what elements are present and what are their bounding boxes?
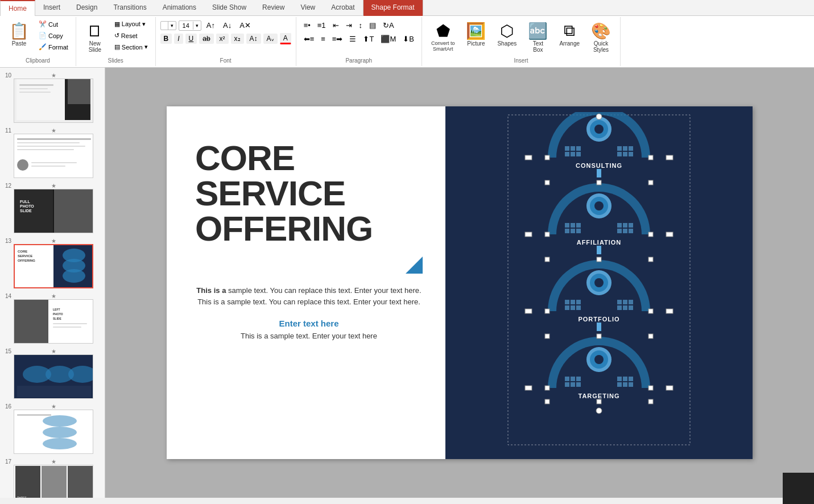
tab-transitions[interactable]: Transitions [105, 0, 154, 15]
smartart-label: Convert toSmartArt [431, 40, 455, 52]
slide-num-16: 16 [2, 401, 11, 410]
align-center-button[interactable]: ≡ [318, 33, 328, 45]
font-size-arrow[interactable]: ▾ [193, 22, 201, 30]
paragraph-group-content: ≡• ≡1 ⇤ ⇥ ↕ ▤ ↻A ⬅≡ ≡ ≡➡ ☰ ⬆T ⬛M [301, 19, 417, 55]
sub-text[interactable]: This is a sample text. Enter your text h… [195, 331, 423, 342]
copy-button[interactable]: 📄 Copy [36, 31, 71, 40]
italic-button[interactable]: I [174, 34, 183, 44]
svg-rect-110 [617, 300, 622, 304]
svg-rect-131 [565, 382, 569, 387]
underline-button[interactable]: U [185, 34, 197, 44]
cut-icon: ✂️ [39, 20, 47, 28]
font-color-button[interactable]: A [280, 33, 291, 44]
slide-img-14[interactable]: LEFT PHOTO SLIDE [14, 299, 93, 344]
picture-button[interactable]: 🖼️ Picture [461, 19, 490, 49]
section-button[interactable]: ▤ Section ▾ [111, 42, 151, 52]
tab-slideshow[interactable]: Slide Show [204, 0, 254, 15]
section-icon: ▤ [114, 43, 120, 51]
paste-button[interactable]: 📋 Paste [5, 19, 34, 49]
svg-rect-147 [597, 399, 601, 404]
reset-button[interactable]: ↺ Reset [111, 31, 151, 40]
font-size-display[interactable]: 14 [179, 21, 193, 30]
bullets-button[interactable]: ≡• [301, 19, 313, 31]
diagram-svg[interactable]: CONSULTING [502, 112, 696, 453]
tab-design[interactable]: Design [68, 0, 105, 15]
align-right-button[interactable]: ≡➡ [329, 33, 346, 45]
bold-button[interactable]: B [160, 34, 172, 44]
tab-review[interactable]: Review [254, 0, 292, 15]
cut-button[interactable]: ✂️ Cut [36, 19, 71, 29]
slide-img-10[interactable] [14, 79, 93, 123]
slide-img-13[interactable]: CORE SERVICE OFFERING [14, 244, 93, 288]
body-text-regular: sample text. You can replace this text. … [197, 286, 421, 306]
arrange-label: Arrange [559, 40, 580, 47]
align-bottom-button[interactable]: ⬇B [400, 33, 417, 45]
justify-button[interactable]: ☰ [346, 33, 359, 45]
slide-star-14: ★ [51, 291, 56, 299]
font-name-combo[interactable]: ▾ [160, 21, 176, 30]
slide-thumb-17[interactable]: 17 ★ THREE PHOTO SLIDE [2, 456, 102, 498]
svg-rect-86 [617, 223, 622, 228]
tab-animations[interactable]: Animations [155, 0, 204, 15]
slide-canvas[interactable]: CORE SERVICE OFFERING This is a sample t… [167, 106, 753, 459]
slide-thumb-16[interactable]: 16 ★ [2, 401, 102, 454]
svg-rect-3 [19, 88, 48, 89]
enter-text-here[interactable]: Enter text here [195, 319, 423, 328]
quick-styles-button[interactable]: 🎨 QuickStyles [586, 19, 615, 55]
font-decrease-button[interactable]: A↓ [220, 19, 234, 31]
increase-indent-button[interactable]: ⇥ [343, 19, 355, 31]
font-size-combo[interactable]: 14 ▾ [179, 20, 201, 31]
arrange-button[interactable]: ⧉ Arrange [555, 19, 584, 49]
title-line2: SERVICE [195, 173, 345, 213]
slide-img-11[interactable] [14, 134, 93, 178]
font-name-display[interactable] [161, 24, 168, 27]
tab-home[interactable]: Home [0, 0, 35, 16]
text-shadow-button[interactable]: A↕ [246, 34, 261, 44]
slide-img-17[interactable]: THREE PHOTO SLIDE [14, 465, 93, 498]
tab-insert[interactable]: Insert [35, 0, 68, 15]
body-text-block[interactable]: This is a sample text. You can replace t… [195, 285, 423, 307]
svg-rect-146 [545, 399, 549, 404]
text-direction-button[interactable]: ↻A [380, 19, 397, 31]
convert-smartart-button[interactable]: ⬟ Convert toSmartArt [427, 19, 460, 54]
layout-button[interactable]: ▦ Layout ▾ [111, 19, 151, 29]
font-name-arrow[interactable]: ▾ [168, 22, 176, 30]
subscript-button[interactable]: x₂ [231, 34, 244, 44]
svg-rect-59 [565, 152, 569, 156]
superscript-button[interactable]: x² [216, 34, 229, 44]
char-spacing-button[interactable]: Aᵥ [263, 34, 278, 44]
slide-thumb-13[interactable]: 13 ★ CORE SERVICE OFFERING [2, 236, 102, 288]
slide-img-12[interactable]: FULL PHOTO SLIDE [14, 189, 93, 233]
tab-shape-format[interactable]: Shape Format [363, 0, 423, 16]
slide-controls: ▦ Layout ▾ ↺ Reset ▤ Section ▾ [111, 19, 151, 52]
slide-thumb-11[interactable]: 11 ★ [2, 125, 102, 178]
slide-thumb-12[interactable]: 12 ★ FULL PHOTO SLIDE [2, 180, 102, 233]
svg-rect-61 [576, 152, 581, 156]
strikethrough-button[interactable]: ab [199, 34, 213, 44]
align-top-button[interactable]: ⬆T [360, 33, 377, 45]
tab-acrobat[interactable]: Acrobat [323, 0, 362, 15]
shapes-button[interactable]: ⬡ Shapes [493, 19, 521, 49]
decrease-indent-button[interactable]: ⇤ [330, 19, 342, 31]
slide-img-16[interactable] [14, 410, 93, 454]
text-box-button[interactable]: 🔤 TextBox [523, 19, 552, 55]
align-left-button[interactable]: ⬅≡ [301, 33, 317, 45]
columns-button[interactable]: ▤ [366, 19, 379, 31]
slide-star-13: ★ [51, 236, 56, 244]
font-increase-button[interactable]: A↑ [204, 19, 218, 31]
slide-thumb-14[interactable]: 14 ★ LEFT PHOTO SLIDE [2, 291, 102, 344]
clear-formatting-button[interactable]: A✕ [237, 19, 254, 31]
svg-rect-111 [623, 300, 627, 304]
new-slide-button[interactable]: 🗌 NewSlide [81, 19, 109, 55]
format-painter-button[interactable]: 🖌️ Format [36, 42, 71, 52]
align-middle-button[interactable]: ⬛M [378, 33, 399, 45]
svg-point-11 [17, 159, 28, 171]
svg-text:SERVICE: SERVICE [18, 254, 32, 258]
line-spacing-button[interactable]: ↕ [356, 19, 366, 31]
slide-thumb-15[interactable]: 15 ★ [2, 346, 102, 399]
svg-rect-114 [623, 305, 627, 310]
slide-img-15[interactable] [14, 354, 93, 399]
numbering-button[interactable]: ≡1 [315, 19, 329, 31]
slide-thumb-10[interactable]: 10 ★ [2, 70, 102, 123]
tab-view[interactable]: View [292, 0, 323, 15]
